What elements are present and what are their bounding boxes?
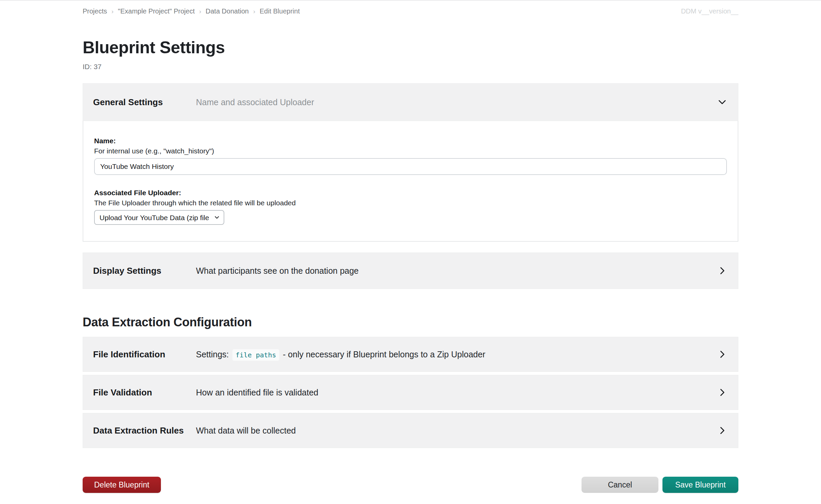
name-label: Name: — [94, 137, 727, 145]
data-extraction-rules-subtitle: What data will be collected — [196, 426, 296, 436]
uploader-label: Associated File Uploader: — [94, 188, 727, 197]
file-identification-title: File Identification — [93, 349, 196, 360]
chevron-right-icon — [716, 387, 728, 398]
chevron-right-icon — [716, 349, 728, 360]
general-settings-header[interactable]: General Settings Name and associated Upl… — [83, 83, 738, 121]
file-validation-subtitle: How an identified file is validated — [196, 388, 318, 397]
breadcrumb-link-example-project[interactable]: "Example Project" Project — [118, 7, 195, 15]
file-identification-header[interactable]: File Identification Settings: file paths… — [83, 337, 738, 372]
page-title: Blueprint Settings — [83, 37, 738, 58]
cancel-button[interactable]: Cancel — [582, 477, 658, 493]
spacer — [83, 242, 738, 253]
file-paths-code: file paths — [232, 349, 279, 361]
chevron-right-icon — [716, 425, 728, 436]
file-validation-header[interactable]: File Validation How an identified file i… — [83, 375, 738, 410]
file-identification-subtitle: Settings: file paths - only necessary if… — [196, 350, 485, 359]
data-extraction-rules-header[interactable]: Data Extraction Rules What data will be … — [83, 413, 738, 448]
breadcrumb-separator: › — [199, 8, 201, 15]
uploader-select[interactable]: Upload Your YouTube Data (zip file) — [94, 210, 224, 225]
uploader-select-wrap: Upload Your YouTube Data (zip file) — [94, 210, 224, 225]
data-extraction-rules-title: Data Extraction Rules — [93, 425, 196, 436]
breadcrumb-current-edit-blueprint: Edit Blueprint — [260, 7, 300, 15]
name-input[interactable] — [94, 158, 727, 175]
footer-actions: Delete Blueprint Cancel Save Blueprint — [83, 477, 738, 504]
general-settings-body: Name: For internal use (e.g., "watch_his… — [83, 121, 738, 242]
name-help-text: For internal use (e.g., "watch_history") — [94, 147, 727, 155]
general-settings-title: General Settings — [93, 97, 196, 108]
subtitle-prefix: Settings: — [196, 350, 231, 359]
delete-blueprint-button[interactable]: Delete Blueprint — [83, 477, 161, 493]
chevron-right-icon — [716, 265, 728, 276]
uploader-help-text: The File Uploader through which the rela… — [94, 199, 727, 207]
general-settings-section: General Settings Name and associated Upl… — [83, 83, 738, 242]
general-settings-subtitle: Name and associated Uploader — [196, 97, 314, 107]
chevron-down-icon — [716, 96, 728, 108]
breadcrumb-link-projects[interactable]: Projects — [83, 7, 107, 15]
subtitle-suffix: - only necessary if Blueprint belongs to… — [281, 350, 485, 359]
breadcrumb-separator: › — [253, 8, 255, 15]
breadcrumb: Projects › "Example Project" Project › D… — [83, 7, 300, 15]
main-content: Blueprint Settings ID: 37 General Settin… — [83, 37, 738, 504]
display-settings-title: Display Settings — [93, 266, 196, 276]
app-version-label: DDM v__version__ — [681, 7, 738, 15]
breadcrumb-link-data-donation[interactable]: Data Donation — [206, 7, 249, 15]
breadcrumb-separator: › — [111, 8, 113, 15]
blueprint-id: ID: 37 — [83, 62, 738, 71]
topbar: Projects › "Example Project" Project › D… — [0, 1, 821, 19]
display-settings-header[interactable]: Display Settings What participants see o… — [83, 253, 738, 289]
extraction-rows: File Identification Settings: file paths… — [83, 337, 738, 448]
display-settings-subtitle: What participants see on the donation pa… — [196, 266, 359, 276]
file-validation-title: File Validation — [93, 387, 196, 398]
data-extraction-configuration-heading: Data Extraction Configuration — [83, 315, 738, 330]
save-blueprint-button[interactable]: Save Blueprint — [662, 477, 738, 493]
